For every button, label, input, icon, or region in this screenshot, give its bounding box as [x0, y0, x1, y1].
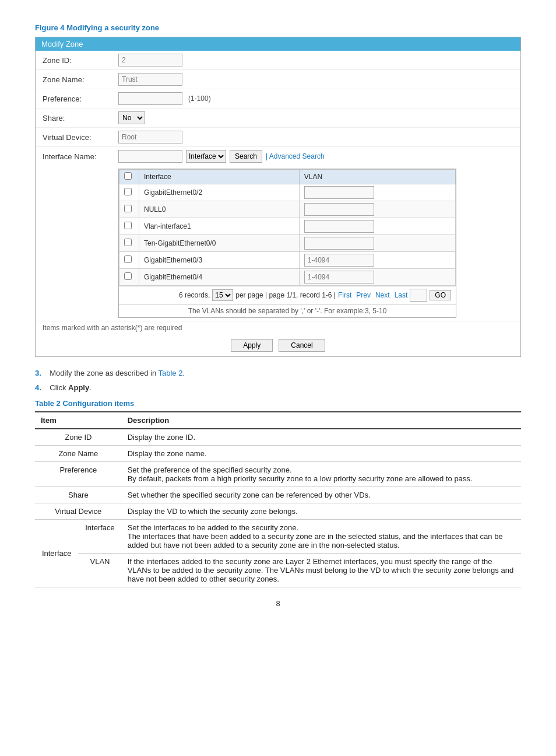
config-sub-cell: Interface [78, 520, 121, 554]
modify-zone-panel: Modify Zone Zone ID: Zone Name: Preferen… [35, 37, 521, 357]
config-desc-cell: If the interfaces added to the security … [122, 554, 521, 587]
select-all-checkbox[interactable] [124, 172, 132, 180]
config-row: Interface Interface Set the interfaces t… [35, 520, 521, 554]
search-button[interactable]: Search [230, 150, 262, 163]
zone-name-row: Zone Name: [36, 70, 520, 89]
vlan-cell [299, 184, 455, 201]
interface-name-cell: NULL0 [139, 201, 300, 218]
vlan-input[interactable] [304, 254, 374, 267]
config-row: Zone ID Display the zone ID. [35, 429, 521, 446]
share-label: Share: [43, 114, 118, 123]
step-4-apply: Apply [68, 383, 89, 392]
zone-id-input[interactable] [118, 54, 182, 66]
config-desc-line: Set whether the specified security zone … [128, 491, 371, 499]
interface-search-area: Interface Search | Advanced Search [118, 150, 325, 163]
config-row: Preference Set the preference of the spe… [35, 462, 521, 487]
interface-name-cell: GigabitEthernet0/2 [139, 184, 300, 201]
preference-control: 85 (1-100) [118, 92, 513, 105]
zone-id-label: Zone ID: [43, 56, 118, 65]
preference-label: Preference: [43, 94, 118, 103]
config-sub-cell: VLAN [78, 554, 121, 587]
share-row: Share: No Yes [36, 108, 520, 128]
row-checkbox[interactable] [124, 256, 132, 263]
advanced-search-link[interactable]: | Advanced Search [266, 152, 325, 160]
config-desc-line: Set the preference of the specified secu… [128, 466, 292, 474]
vlan-input[interactable] [304, 203, 374, 216]
row-checkbox[interactable] [124, 188, 132, 195]
interface-search-input[interactable] [118, 150, 182, 163]
virtual-device-label: Virtual Device: [43, 133, 118, 142]
zone-name-input[interactable] [118, 73, 182, 86]
config-desc-line: Display the VD to which the security zon… [128, 507, 298, 516]
virtual-device-control [118, 131, 513, 144]
page-number: 8 [35, 599, 521, 608]
config-item-cell: Zone Name [35, 446, 122, 462]
required-note: Items marked with an asterisk(*) are req… [36, 321, 520, 334]
interface-name-row: Interface Name: Interface Search | Advan… [36, 147, 520, 321]
step-4: 4. Click Apply. [35, 383, 521, 392]
per-page-select[interactable]: 15 30 [212, 289, 233, 301]
vlan-input[interactable] [304, 271, 374, 284]
vlan-input[interactable] [304, 237, 374, 250]
config-row: Virtual Device Display the VD to which t… [35, 503, 521, 520]
vlan-cell [299, 235, 455, 252]
interface-table: Interface VLAN GigabitEthernet0/2 NULL0 … [119, 169, 456, 286]
apply-button[interactable]: Apply [231, 339, 273, 352]
go-button[interactable]: GO [430, 290, 451, 300]
config-item-cell: Zone ID [35, 429, 122, 446]
preference-input[interactable]: 85 [118, 92, 182, 105]
vlan-cell [299, 201, 455, 218]
config-item-cell: Interface [35, 520, 78, 587]
config-desc-line: The interfaces that have been added to a… [128, 532, 503, 550]
virtual-device-input[interactable] [118, 131, 182, 144]
interface-name-label: Interface Name: [43, 152, 118, 161]
table2-link[interactable]: Table 2 [159, 369, 183, 377]
col-vlan-header: VLAN [299, 170, 455, 184]
config-desc-line: If the interfaces added to the security … [128, 557, 513, 583]
interface-type-select[interactable]: Interface [186, 150, 226, 163]
action-row: Apply Cancel [36, 334, 520, 356]
config-item-cell: Virtual Device [35, 503, 122, 520]
config-item-cell: Preference [35, 462, 122, 487]
nav-next-link[interactable]: Next [375, 291, 390, 299]
table2-title: Table 2 Configuration items [35, 399, 521, 408]
nav-last-link[interactable]: Last [395, 291, 408, 299]
step-4-num: 4. [35, 383, 41, 392]
step-3: 3. Modify the zone as described in Table… [35, 369, 521, 377]
interface-name-cell: GigabitEthernet0/3 [139, 252, 300, 269]
config-desc-cell: Set the interfaces to be added to the se… [122, 520, 521, 554]
config-item-cell: Share [35, 487, 122, 503]
vlan-cell [299, 269, 455, 286]
vlan-cell [299, 218, 455, 235]
step-3-num: 3. [35, 369, 41, 377]
share-select[interactable]: No Yes [118, 111, 145, 124]
pagination-row: 6 records, 15 30 per page | page 1/1, re… [119, 286, 456, 304]
row-checkbox[interactable] [124, 272, 132, 280]
interface-name-cell: GigabitEthernet0/4 [139, 269, 300, 286]
nav-first-link[interactable]: First [338, 291, 351, 299]
cancel-button[interactable]: Cancel [279, 339, 325, 352]
row-checkbox[interactable] [124, 239, 132, 246]
vlan-input[interactable] [304, 186, 374, 199]
config-table: Item Description Zone ID Display the zon… [35, 411, 521, 587]
row-checkbox[interactable] [124, 205, 132, 212]
config-desc-line: Display the zone name. [128, 449, 207, 458]
row-checkbox[interactable] [124, 222, 132, 229]
share-control: No Yes [118, 111, 513, 124]
interface-name-cell: Vlan-interface1 [139, 218, 300, 235]
interface-name-cell: Ten-GigabitEthernet0/0 [139, 235, 300, 252]
config-desc-cell: Display the VD to which the security zon… [122, 503, 521, 520]
preference-hint: (1-100) [188, 94, 211, 103]
vlan-hint: The VLANs should be separated by ',' or … [119, 304, 456, 317]
config-row: Share Set whether the specified security… [35, 487, 521, 503]
vlan-input[interactable] [304, 220, 374, 233]
interface-table-container: Interface VLAN GigabitEthernet0/2 NULL0 … [118, 169, 456, 318]
preference-row: Preference: 85 (1-100) [36, 89, 520, 108]
page-input[interactable]: 1 [410, 289, 427, 302]
panel-header: Modify Zone [36, 37, 520, 51]
nav-prev-link[interactable]: Prev [356, 291, 371, 299]
config-desc-line: Set the interfaces to be added to the se… [128, 523, 298, 532]
virtual-device-row: Virtual Device: [36, 128, 520, 147]
zone-id-control [118, 54, 513, 66]
col-interface-header: Interface [139, 170, 300, 184]
